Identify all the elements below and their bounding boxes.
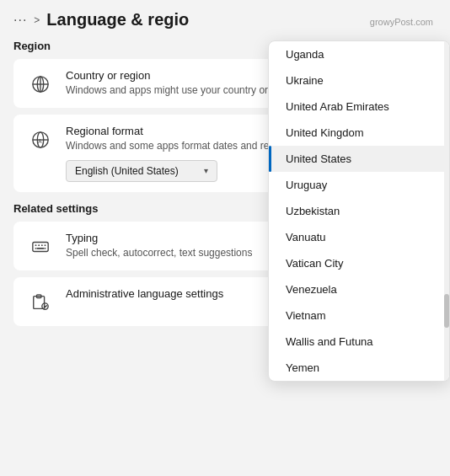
format-select-value: English (United States) (75, 165, 179, 177)
dropdown-item[interactable]: Venezuela (269, 276, 449, 302)
format-select[interactable]: English (United States) ▾ (66, 160, 217, 182)
title-bar: ··· > Language & regio (0, 0, 450, 36)
page-title: Language & regio (46, 10, 189, 29)
country-dropdown[interactable]: UgandaUkraineUnited Arab EmiratesUnited … (268, 40, 450, 382)
svg-rect-8 (33, 242, 48, 251)
dropdown-item[interactable]: Vietnam (269, 302, 449, 329)
dropdown-item[interactable]: Uruguay (269, 172, 449, 198)
scrollbar-thumb[interactable] (444, 294, 449, 328)
dropdown-item[interactable]: Uganda (269, 41, 449, 67)
svg-text:A: A (38, 138, 42, 144)
dropdown-item[interactable]: United Arab Emirates (269, 94, 449, 120)
globe-icon (27, 71, 54, 98)
menu-dots[interactable]: ··· (13, 13, 27, 28)
scrollbar-track[interactable] (444, 41, 449, 381)
breadcrumb-chevron: > (34, 14, 40, 26)
dropdown-item[interactable]: Uzbekistan (269, 198, 449, 224)
dropdown-item[interactable]: United States (269, 146, 449, 172)
window: growyPost.com ··· > Language & regio Reg… (0, 0, 450, 476)
dropdown-item[interactable]: Wallis and Futuna (269, 329, 449, 355)
dropdown-item[interactable]: Ukraine (269, 67, 449, 94)
dropdown-item[interactable]: Vatican City (269, 250, 449, 276)
admin-icon (27, 289, 54, 316)
dropdown-item[interactable]: Vanuatu (269, 224, 449, 250)
dropdown-item[interactable]: Yemen (269, 355, 449, 381)
format-icon: A (27, 126, 54, 153)
dropdown-list: UgandaUkraineUnited Arab EmiratesUnited … (269, 41, 449, 381)
keyboard-icon (27, 233, 54, 260)
dropdown-item[interactable]: United Kingdom (269, 120, 449, 146)
chevron-down-icon: ▾ (204, 166, 208, 175)
